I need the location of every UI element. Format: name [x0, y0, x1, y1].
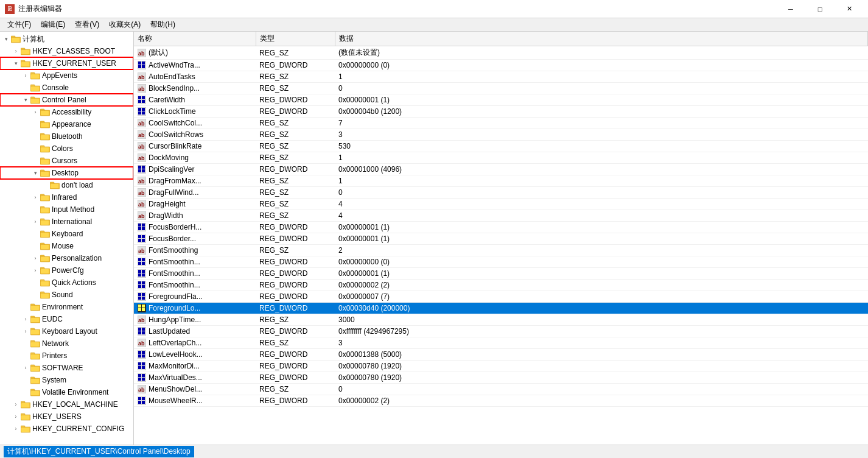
table-row[interactable]: FocusBorderH...REG_DWORD0x00000001 (1): [134, 222, 868, 233]
col-type[interactable]: 类型: [256, 32, 335, 46]
expand-icon-international[interactable]: ›: [30, 217, 40, 227]
tree-item-network[interactable]: Network: [0, 337, 133, 350]
table-row[interactable]: ab DockMovingREG_SZ1: [134, 152, 868, 164]
table-row[interactable]: MouseWheelR...REG_DWORD0x00000002 (2): [134, 395, 868, 407]
tree-item-inputmethod[interactable]: Input Method: [0, 203, 133, 216]
expand-icon-printers[interactable]: [21, 351, 30, 361]
tree-item-hkey_current_config[interactable]: › HKEY_CURRENT_CONFIG: [0, 423, 133, 435]
tree-item-cursors[interactable]: Cursors: [0, 155, 133, 167]
tree-item-volatile_env[interactable]: Volatile Environment: [0, 386, 133, 398]
tree-item-mouse[interactable]: Mouse: [0, 240, 133, 252]
expand-icon-colors[interactable]: [30, 144, 40, 153]
expand-icon-sound[interactable]: [30, 290, 40, 300]
tree-item-environment[interactable]: Environment: [0, 301, 133, 313]
expand-icon-hkey_current_config[interactable]: ›: [11, 424, 21, 434]
table-row[interactable]: ab MenuShowDel...REG_SZ0: [134, 384, 868, 395]
col-data[interactable]: 数据: [335, 32, 868, 46]
expand-icon-control_panel[interactable]: ▾: [21, 95, 30, 105]
expand-icon-environment[interactable]: [21, 302, 30, 312]
expand-icon-hkey_local_machine[interactable]: ›: [11, 400, 21, 409]
table-row[interactable]: CaretWidthREG_DWORD0x00000001 (1): [134, 94, 868, 106]
table-row[interactable]: ForegroundLo...REG_DWORD0x00030d40 (2000…: [134, 303, 868, 314]
tree-item-international[interactable]: › International: [0, 216, 133, 228]
table-row[interactable]: FontSmoothin...REG_DWORD0x00000001 (1): [134, 268, 868, 280]
table-row[interactable]: ActiveWndTra...REG_DWORD0x00000000 (0): [134, 60, 868, 71]
expand-icon-volatile_env[interactable]: [21, 387, 30, 397]
col-name[interactable]: 名称: [134, 32, 256, 46]
expand-icon-quickactions[interactable]: [30, 278, 40, 287]
expand-icon-keyboard_layout[interactable]: ›: [21, 326, 30, 336]
tree-item-computer[interactable]: ▾ 计算机: [0, 33, 133, 45]
close-button[interactable]: ✕: [835, 0, 863, 18]
menu-item-a[interactable]: 收藏夹(A): [104, 18, 145, 31]
tree-item-bluetooth[interactable]: Bluetooth: [0, 130, 133, 143]
table-row[interactable]: LowLevelHook...REG_DWORD0x00001388 (5000…: [134, 349, 868, 361]
tree-item-sound[interactable]: Sound: [0, 289, 133, 301]
tree-item-hkey_current_user[interactable]: ▾ HKEY_CURRENT_USER: [0, 57, 133, 69]
menu-item-h[interactable]: 帮助(H): [145, 18, 180, 31]
table-row[interactable]: ab FontSmoothingREG_SZ2: [134, 245, 868, 256]
tree-item-quickactions[interactable]: Quick Actions: [0, 277, 133, 289]
expand-icon-hkey_users[interactable]: ›: [11, 412, 21, 421]
expand-icon-console[interactable]: [21, 83, 30, 93]
table-row[interactable]: ab CoolSwitchCol...REG_SZ7: [134, 118, 868, 129]
table-row[interactable]: ab DragHeightREG_SZ4: [134, 199, 868, 210]
expand-icon-accessibility[interactable]: ›: [30, 107, 40, 117]
tree-item-colors[interactable]: Colors: [0, 143, 133, 155]
tree-item-hkey_local_machine[interactable]: › HKEY_LOCAL_MACHINE: [0, 398, 133, 410]
table-row[interactable]: ab LeftOverlapCh...REG_SZ3: [134, 337, 868, 349]
table-row[interactable]: MaxVirtualDes...REG_DWORD0x00000780 (192…: [134, 372, 868, 384]
expand-icon-software[interactable]: ›: [21, 363, 30, 373]
expand-icon-inputmethod[interactable]: [30, 205, 40, 214]
table-row[interactable]: ClickLockTimeREG_DWORD0x000004b0 (1200): [134, 106, 868, 118]
tree-item-hkey_users[interactable]: › HKEY_USERS: [0, 410, 133, 423]
table-row[interactable]: ab AutoEndTasksREG_SZ1: [134, 71, 868, 83]
table-row[interactable]: DpiScalingVerREG_DWORD0x00001000 (4096): [134, 164, 868, 175]
table-row[interactable]: ab CoolSwitchRowsREG_SZ3: [134, 129, 868, 141]
table-row[interactable]: LastUpdatedREG_DWORD0xffffffff (42949672…: [134, 326, 868, 337]
tree-item-accessibility[interactable]: › Accessibility: [0, 106, 133, 118]
tree-item-hkey_classes_root[interactable]: › HKEY_CLASSES_ROOT: [0, 45, 133, 57]
expand-icon-bluetooth[interactable]: [30, 132, 40, 141]
tree-item-infrared[interactable]: › Infrared: [0, 191, 133, 203]
expand-icon-mouse[interactable]: [30, 241, 40, 251]
tree-item-printers[interactable]: Printers: [0, 350, 133, 362]
expand-icon-keyboard[interactable]: [30, 229, 40, 239]
expand-icon-hkey_current_user[interactable]: ▾: [11, 58, 21, 68]
expand-icon-computer[interactable]: ▾: [1, 34, 11, 44]
menu-item-v[interactable]: 查看(V): [70, 18, 104, 31]
tree-item-eudc[interactable]: › EUDC: [0, 313, 133, 325]
table-row[interactable]: ab DragWidthREG_SZ4: [134, 210, 868, 222]
expand-icon-hkey_classes_root[interactable]: ›: [11, 46, 21, 56]
table-row[interactable]: MaxMonitorDi...REG_DWORD0x00000780 (1920…: [134, 361, 868, 372]
tree-item-appevents[interactable]: › AppEvents: [0, 69, 133, 82]
tree-item-software[interactable]: › SOFTWARE: [0, 362, 133, 374]
tree-item-system[interactable]: System: [0, 374, 133, 386]
table-row[interactable]: ab BlockSendInp...REG_SZ0: [134, 83, 868, 94]
tree-item-desktop[interactable]: ▾ Desktop: [0, 167, 133, 179]
table-row[interactable]: FontSmoothin...REG_DWORD0x00000000 (0): [134, 256, 868, 268]
maximize-button[interactable]: □: [806, 0, 834, 18]
table-row[interactable]: ForegroundFla...REG_DWORD0x00000007 (7): [134, 291, 868, 303]
minimize-button[interactable]: ─: [777, 0, 805, 18]
expand-icon-personalization[interactable]: ›: [30, 253, 40, 263]
tree-item-powercfg[interactable]: › PowerCfg: [0, 264, 133, 277]
tree-item-console[interactable]: Console: [0, 82, 133, 94]
expand-icon-appearance[interactable]: [30, 119, 40, 129]
expand-icon-eudc[interactable]: ›: [21, 314, 30, 324]
table-row[interactable]: ab DragFromMax...REG_SZ1: [134, 175, 868, 187]
table-row[interactable]: ab (默认)REG_SZ(数值未设置): [134, 46, 868, 60]
expand-icon-infrared[interactable]: ›: [30, 192, 40, 202]
expand-icon-powercfg[interactable]: ›: [30, 266, 40, 275]
tree-item-dontload[interactable]: don't load: [0, 179, 133, 191]
tree-item-keyboard[interactable]: Keyboard: [0, 228, 133, 240]
tree-item-appearance[interactable]: Appearance: [0, 118, 133, 130]
tree-item-personalization[interactable]: › Personalization: [0, 252, 133, 264]
table-row[interactable]: ab HungAppTime...REG_SZ3000: [134, 314, 868, 326]
expand-icon-appevents[interactable]: ›: [21, 71, 30, 80]
menu-item-f[interactable]: 文件(F): [2, 18, 36, 31]
expand-icon-dontload[interactable]: [40, 180, 50, 190]
expand-icon-cursors[interactable]: [30, 156, 40, 166]
values-pane[interactable]: 名称 类型 数据 ab (默认)REG_SZ(数值未设置) ActiveWndT…: [134, 32, 868, 445]
tree-item-keyboard_layout[interactable]: › Keyboard Layout: [0, 325, 133, 337]
